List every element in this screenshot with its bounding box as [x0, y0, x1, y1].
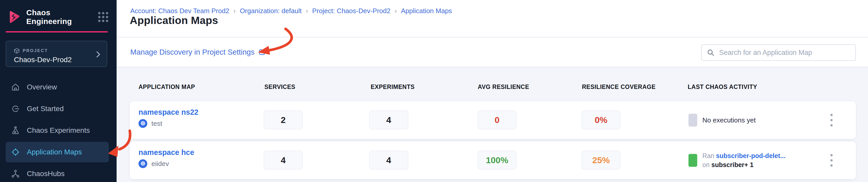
sidebar-item-overview[interactable]: Overview: [0, 76, 117, 98]
application-maps-table: APPLICATION MAP SERVICES EXPERIMENTS AVG…: [117, 67, 868, 182]
kubernetes-icon: ☸: [138, 159, 147, 168]
breadcrumb-separator: ›: [306, 7, 308, 15]
column-header-experiments: EXPERIMENTS: [371, 84, 414, 90]
services-count: 2: [264, 110, 303, 129]
page-title: Application Maps: [130, 14, 218, 27]
breadcrumb-account[interactable]: Account: Chaos Dev Team Prod2: [130, 7, 229, 15]
module-grid-icon[interactable]: [97, 11, 109, 23]
page-header: Account: Chaos Dev Team Prod2 › Organiza…: [117, 0, 868, 37]
application-map-link[interactable]: namespace ns22: [138, 108, 198, 116]
accent-divider: [6, 31, 108, 32]
project-label: PROJECT: [23, 48, 48, 53]
status-chip: [688, 114, 697, 127]
row-menu-kebab-icon[interactable]: [828, 152, 835, 170]
chevron-right-icon: [96, 51, 101, 58]
project-selector[interactable]: PROJECT Chaos-Dev-Prod2: [6, 41, 107, 67]
sidebar-item-get-started[interactable]: Get Started: [0, 98, 117, 120]
cube-icon: [14, 48, 20, 54]
external-link-icon: [258, 48, 266, 56]
app-title: Chaos Engineering: [26, 8, 97, 26]
manage-discovery-label: Manage Discovery in Project Settings: [130, 48, 255, 57]
search-input[interactable]: [719, 49, 850, 57]
home-icon: [11, 83, 20, 92]
activity-lines: Ran subscriber-pod-delet... on subscribe…: [703, 151, 785, 170]
environment-name: test: [151, 120, 162, 128]
application-maps-page: Chaos Engineering PROJECT Chaos-Dev-Prod…: [0, 0, 868, 182]
column-header-services: SERVICES: [265, 84, 296, 90]
kubernetes-icon: ☸: [138, 119, 147, 128]
sidebar-nav: Overview Get Started Chaos Experiment: [0, 76, 117, 182]
activity-ran-label: Ran: [703, 152, 714, 159]
last-chaos-activity-cell: Ran subscriber-pod-delet... on subscribe…: [688, 151, 785, 170]
status-chip: [688, 154, 697, 167]
flask-icon: [11, 126, 20, 135]
sidebar-item-label: Chaos Experiments: [27, 126, 90, 134]
manage-discovery-link[interactable]: Manage Discovery in Project Settings: [130, 48, 266, 57]
breadcrumb-application-maps[interactable]: Application Maps: [401, 7, 452, 15]
sidebar-item-chaos-experiments[interactable]: Chaos Experiments: [0, 120, 117, 141]
resilience-coverage-value: 0%: [581, 110, 621, 129]
sidebar-item-application-maps[interactable]: Application Maps: [6, 142, 109, 162]
environment-row: ☸ eiidev: [138, 159, 194, 168]
toolbar: Manage Discovery in Project Settings: [117, 37, 868, 67]
sidebar-item-label: Application Maps: [27, 148, 82, 156]
environment-row: ☸ test: [138, 119, 198, 128]
avg-resilience-value: 0: [477, 110, 517, 129]
table-row[interactable]: namespace ns22 ☸ test 2 4 0 0% No execut…: [130, 101, 856, 139]
table-row[interactable]: namespace hce ☸ eiidev 4 4 100% 25% Ran …: [130, 142, 856, 179]
sidebar-item-label: Overview: [27, 83, 57, 91]
experiment-link[interactable]: subscriber-pod-delet...: [716, 152, 785, 159]
breadcrumb-organization[interactable]: Organization: default: [240, 7, 302, 15]
sidebar-item-chaoshubs[interactable]: ChaosHubs: [0, 163, 117, 182]
activity-text: No executions yet: [703, 116, 756, 124]
breadcrumb-separator: ›: [234, 7, 236, 15]
column-header-resilience-coverage: RESILIENCE COVERAGE: [582, 84, 656, 90]
content: Account: Chaos Dev Team Prod2 › Organiza…: [117, 0, 868, 182]
sidebar-item-label: Get Started: [27, 105, 64, 113]
column-header-avg-resilience: AVG RESILIENCE: [478, 84, 529, 90]
sidebar-header: Chaos Engineering: [7, 9, 109, 25]
chaos-engineering-logo-icon: [7, 10, 21, 24]
target-icon: [11, 148, 20, 157]
column-header-last-chaos-activity: LAST CHAOS ACTIVITY: [688, 84, 757, 90]
experiments-count: 4: [369, 151, 408, 170]
application-map-cell: namespace hce ☸ eiidev: [138, 148, 194, 168]
application-map-link[interactable]: namespace hce: [138, 148, 194, 156]
sidebar: Chaos Engineering PROJECT Chaos-Dev-Prod…: [0, 0, 117, 182]
search-box[interactable]: [701, 44, 856, 61]
resilience-coverage-value: 25%: [581, 151, 621, 170]
get-started-icon: [11, 104, 20, 114]
project-name: Chaos-Dev-Prod2: [14, 56, 101, 64]
avg-resilience-value: 100%: [477, 151, 517, 170]
activity-on-label: on: [703, 161, 710, 168]
activity-target: subscriber+ 1: [711, 161, 753, 168]
application-map-cell: namespace ns22 ☸ test: [138, 108, 198, 128]
hub-icon: [11, 169, 20, 178]
project-label-row: PROJECT: [14, 48, 101, 54]
experiments-count: 4: [369, 110, 408, 129]
column-header-application-map: APPLICATION MAP: [138, 84, 195, 90]
search-icon: [707, 49, 715, 57]
services-count: 4: [264, 151, 303, 170]
breadcrumb-separator: ›: [395, 7, 397, 15]
environment-name: eiidev: [151, 160, 169, 168]
sidebar-item-label: ChaosHubs: [27, 170, 64, 178]
last-chaos-activity-cell: No executions yet: [688, 114, 756, 127]
breadcrumb-project[interactable]: Project: Chaos-Dev-Prod2: [312, 7, 390, 15]
breadcrumb: Account: Chaos Dev Team Prod2 › Organiza…: [130, 7, 452, 15]
row-menu-kebab-icon[interactable]: [828, 111, 835, 129]
